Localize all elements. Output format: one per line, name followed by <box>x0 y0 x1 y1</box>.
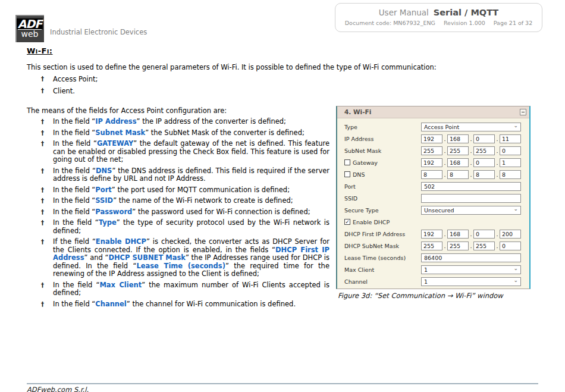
ip-octet-input: 8 <box>500 170 521 179</box>
field-label-text: IP Address <box>344 136 373 142</box>
ip-dot-separator: . <box>442 159 447 166</box>
bullet-text: In the field “DNS” the DNS address is de… <box>53 167 329 183</box>
ip-octet-input: 0 <box>473 134 495 143</box>
field-label-text: DNS <box>353 171 365 178</box>
checkbox-unchecked <box>344 159 350 165</box>
field-label-text: Type <box>344 124 357 130</box>
field-label-text: Gateway <box>353 159 378 166</box>
chevron-down-icon: ⌄ <box>513 278 518 282</box>
bullet-icon: † <box>40 75 53 83</box>
bullet-icon: † <box>40 281 53 297</box>
bullet-item: †In the field “GATEWAY” the default gate… <box>40 140 329 164</box>
ip-octet-input: 8 <box>447 170 469 179</box>
bullet-icon: † <box>40 238 53 278</box>
bullet-text: In the field “Port” the port used for MQ… <box>53 186 329 195</box>
bullet-icon: † <box>40 186 53 195</box>
window-row: Lease Time (seconds)86400 <box>337 252 529 264</box>
ip-octet-input: 255 <box>473 146 495 155</box>
ip-octet-input: 0 <box>473 230 495 239</box>
ip-input-group: 8.8.8.8 <box>421 170 521 179</box>
checkbox-checked: ✓ <box>344 219 350 225</box>
text-input: 502 <box>421 182 521 191</box>
bullet-item: †In the field “IP Address” the IP addres… <box>40 118 329 126</box>
ip-input-group: 192.168.0.11 <box>421 134 521 143</box>
window-row: Gateway192.168.0.1 <box>337 156 529 168</box>
field-label: Lease Time (seconds) <box>344 255 421 261</box>
ip-input-group: 192.168.0.1 <box>421 158 521 167</box>
dropdown-value: 1 <box>424 266 428 273</box>
dropdown: Unsecured⌄ <box>421 206 521 215</box>
bullet-icon: † <box>40 219 53 235</box>
doc-page-number: Page 21 of 32 <box>494 20 532 26</box>
dropdown-value: Unsecured <box>424 207 454 214</box>
ip-dot-separator: . <box>442 171 447 178</box>
company-tagline: Industrial Electronic Devices <box>50 28 147 36</box>
collapse-button <box>520 109 526 115</box>
dropdown-value: 1 <box>424 278 428 285</box>
text-input: 86400 <box>421 253 521 262</box>
field-label: DNS <box>344 171 421 178</box>
ip-dot-separator: . <box>469 231 473 237</box>
doc-product-name: Serial / MQTT <box>434 8 498 17</box>
doc-title-line: User ManualSerial / MQTT <box>335 8 542 17</box>
bullet-item: †In the field “Channel” the channel for … <box>40 300 329 309</box>
field-label: DHCP First IP Address <box>344 231 421 237</box>
window-row: DNS8.8.8.8 <box>337 168 529 180</box>
means-paragraph: The means of the fields for Access Point… <box>27 106 384 115</box>
bullet-text: In the field “Max Client” the maximum nu… <box>53 281 329 297</box>
field-label-text: Lease Time (seconds) <box>344 255 406 261</box>
bullet-text: In the field “SSID” the name of the Wi-F… <box>53 197 329 205</box>
window-row: SSID <box>337 192 529 204</box>
ip-dot-separator: . <box>495 136 500 142</box>
window-row: Port502 <box>337 180 529 192</box>
bullet-text: If the field “Enable DHCP” is checked, t… <box>53 238 329 278</box>
dropdown: 1⌄ <box>421 265 521 274</box>
bullet-text: In the field “Type” the type of security… <box>53 219 329 235</box>
logo-text-web: web <box>18 29 42 39</box>
manual-page: ADF web Industrial Electronic Devices Us… <box>0 0 565 392</box>
ip-octet-input: 168 <box>447 134 469 143</box>
ip-dot-separator: . <box>495 148 500 154</box>
ip-octet-input: 255 <box>447 146 469 155</box>
ip-octet-input: 168 <box>447 230 469 239</box>
doc-revision: Revision 1.000 <box>444 20 485 26</box>
chevron-down-icon: ⌄ <box>513 124 518 127</box>
ip-dot-separator: . <box>442 231 447 237</box>
ip-octet-input: 168 <box>447 158 469 167</box>
bullet-item: †In the field “Port” the port used for M… <box>40 186 329 195</box>
bullet-item: †In the field “Max Client” the maximum n… <box>40 281 329 297</box>
window-row: DHCP First IP Address192.168.0.200 <box>337 228 529 240</box>
field-label: Gateway <box>344 159 421 166</box>
footer-company: ADFweb.com S.r.l. <box>27 385 89 392</box>
bullet-icon: † <box>40 140 53 164</box>
bullet-text: Client. <box>53 87 219 95</box>
ip-octet-input: 8 <box>473 170 495 179</box>
window-row: IP Address192.168.0.11 <box>337 133 529 145</box>
window-row: Max Client1⌄ <box>337 264 529 275</box>
ip-dot-separator: . <box>469 136 473 142</box>
window-titlebar: 4. Wi-Fi <box>337 106 529 118</box>
bullet-icon: † <box>40 208 53 217</box>
ip-dot-separator: . <box>469 243 473 249</box>
bullet-item: †If the field “Enable DHCP” is checked, … <box>40 238 329 278</box>
ip-octet-input: 192 <box>421 158 442 167</box>
field-label: SSID <box>344 195 421 202</box>
window-row: SubNet Mask255.255.255.0 <box>337 145 529 156</box>
field-label-text: SubNet Mask <box>344 148 381 154</box>
ip-dot-separator: . <box>495 159 500 166</box>
window-row: DHCP SubNet Mask255.255.255.0 <box>337 240 529 252</box>
field-label-text: SSID <box>344 195 357 202</box>
ip-dot-separator: . <box>495 243 500 249</box>
ip-octet-input: 200 <box>500 230 521 239</box>
ip-dot-separator: . <box>495 231 500 237</box>
chevron-down-icon: ⌄ <box>513 266 518 270</box>
text-input <box>421 194 521 203</box>
bullet-item: †Client. <box>40 87 219 95</box>
ip-octet-input: 1 <box>500 158 521 167</box>
field-label-text: Max Client <box>344 266 374 273</box>
ip-dot-separator: . <box>442 243 447 249</box>
bullet-text: In the field “Subnet Mask” the SubNet Ma… <box>53 129 329 137</box>
field-label-text: Port <box>344 183 356 190</box>
field-label-text: DHCP First IP Address <box>344 231 405 237</box>
bullet-text: In the field “Password” the password use… <box>53 208 329 217</box>
